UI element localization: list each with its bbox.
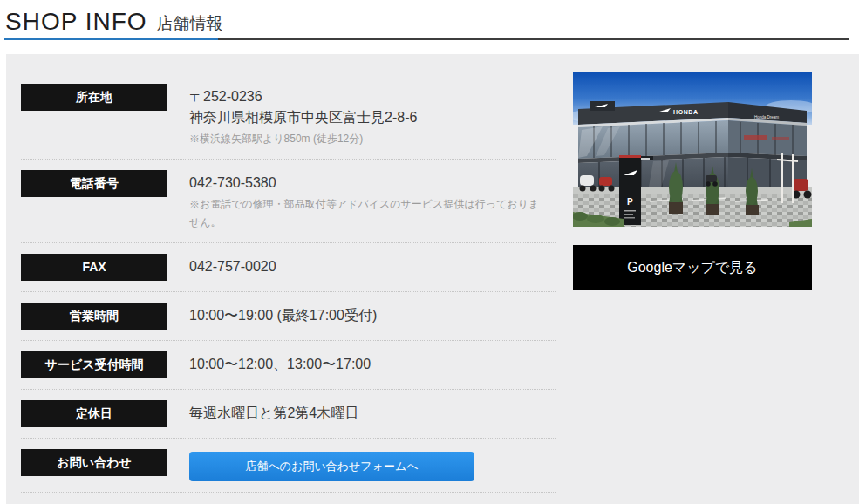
service-hours: 10:00〜12:00、13:00〜17:00 — [189, 354, 549, 375]
service-hours-label: サービス受付時間 — [21, 351, 167, 378]
info-row-contact: お問い合わせ 店舗へのお問い合わせフォームへ — [21, 439, 556, 493]
contact-label: お問い合わせ — [21, 449, 167, 476]
business-hours: 10:00〜19:00 (最終17:00受付) — [189, 305, 549, 326]
shop-info-page: SHOP INFO 店舗情報 所在地 〒252-0236 神奈川県相模原市中央区… — [0, 0, 859, 504]
station-access-note: ※横浜線矢部駅より850m (徒歩12分) — [189, 130, 549, 148]
page-title-ja: 店舗情報 — [157, 9, 223, 38]
fax-label: FAX — [21, 254, 167, 281]
phone-label: 電話番号 — [21, 170, 167, 197]
parking-sign: P — [619, 155, 641, 225]
contact-form-button[interactable]: 店舗へのお問い合わせフォームへ — [189, 452, 474, 481]
honda-dream-signage-text: Honda Dream — [754, 115, 779, 119]
phone-service-note: ※お電話での修理・部品取付等アドバイスのサービス提供は行っておりません。 — [189, 195, 549, 232]
phone-number: 042-730-5380 — [189, 173, 549, 194]
info-row-fax: FAX 042-757-0020 — [21, 243, 556, 292]
shop-exterior-photo: HONDA Honda Dream — [573, 72, 812, 227]
honda-signage-text: HONDA — [673, 109, 699, 115]
business-hours-value: 10:00〜19:00 (最終17:00受付) — [189, 303, 549, 326]
shop-info-panel: 所在地 〒252-0236 神奈川県相模原市中央区富士見2-8-6 ※横浜線矢部… — [6, 54, 859, 504]
page-title-en: SHOP INFO — [5, 5, 147, 38]
fax-number: 042-757-0020 — [189, 256, 549, 277]
street-address: 神奈川県相模原市中央区富士見2-8-6 — [189, 107, 549, 128]
address-value: 〒252-0236 神奈川県相模原市中央区富士見2-8-6 ※横浜線矢部駅より8… — [189, 84, 549, 148]
contact-value: 店舗へのお問い合わせフォームへ — [189, 449, 549, 481]
page-header: SHOP INFO 店舗情報 — [5, 2, 223, 38]
shop-sidebar: HONDA Honda Dream — [573, 72, 812, 290]
fax-value: 042-757-0020 — [189, 254, 549, 277]
info-row-business-hours: 営業時間 10:00〜19:00 (最終17:00受付) — [21, 292, 556, 341]
header-divider — [4, 38, 849, 40]
closed-days-value: 毎週水曜日と第2第4木曜日 — [189, 400, 549, 424]
business-hours-label: 営業時間 — [21, 303, 167, 330]
info-row-address: 所在地 〒252-0236 神奈川県相模原市中央区富士見2-8-6 ※横浜線矢部… — [21, 84, 556, 160]
closed-days-label: 定休日 — [21, 400, 167, 427]
parking-sign-text: P — [627, 197, 633, 207]
shop-info-table: 所在地 〒252-0236 神奈川県相模原市中央区富士見2-8-6 ※横浜線矢部… — [21, 84, 556, 493]
service-hours-value: 10:00〜12:00、13:00〜17:00 — [189, 351, 549, 375]
google-maps-button[interactable]: Googleマップで見る — [573, 245, 812, 290]
address-label: 所在地 — [21, 84, 167, 111]
header-divider-accent — [4, 38, 218, 40]
closed-days: 毎週水曜日と第2第4木曜日 — [189, 403, 549, 424]
phone-value: 042-730-5380 ※お電話での修理・部品取付等アドバイスのサービス提供は… — [189, 170, 549, 232]
info-row-service-hours: サービス受付時間 10:00〜12:00、13:00〜17:00 — [21, 341, 556, 390]
info-row-phone: 電話番号 042-730-5380 ※お電話での修理・部品取付等アドバイスのサー… — [21, 160, 556, 243]
postal-code: 〒252-0236 — [189, 86, 549, 107]
info-row-closed-days: 定休日 毎週水曜日と第2第4木曜日 — [21, 390, 556, 439]
